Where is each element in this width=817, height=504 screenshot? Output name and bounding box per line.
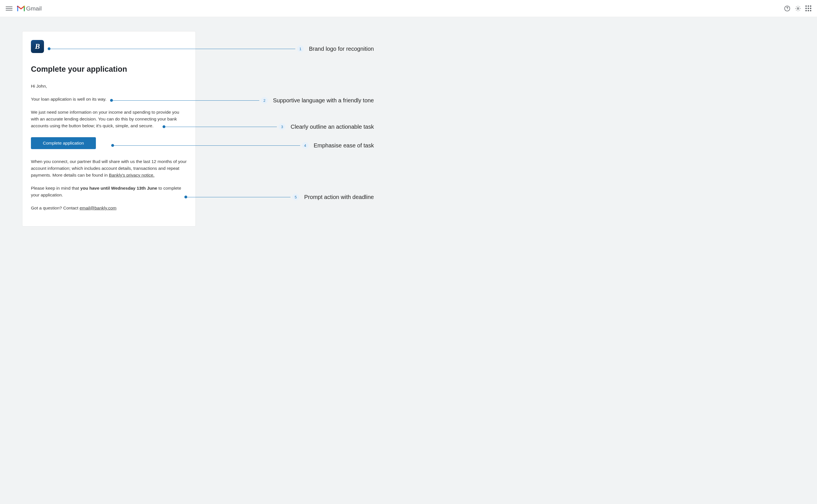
annotation-5: 5 Prompt action with deadline [184,194,374,200]
app-name: Gmail [26,5,42,12]
deadline-paragraph: Please keep in mind that you have until … [31,185,187,198]
complete-application-button[interactable]: Complete application [31,137,96,149]
annotation-number: 3 [279,123,285,130]
annotation-number: 2 [261,97,268,104]
gmail-header: Gmail [0,0,817,17]
email-card: B Complete your application Hi John, You… [22,31,196,226]
email-body: Hi John, Your loan application is well o… [31,83,187,211]
annotation-number: 5 [292,194,299,200]
annotation-text: Clearly outline an actionable task [291,124,374,130]
annotation-text: Prompt action with deadline [304,194,374,200]
header-right [784,5,811,12]
annotation-line [187,197,291,197]
details-paragraph: When you connect, our partner Bud will s… [31,158,187,179]
deadline-bold: you have until Wednesday 13th June [80,186,157,190]
contact-email-link[interactable]: email@bankly.com [79,206,116,210]
annotation-text: Emphasise ease of task [314,142,374,149]
svg-point-2 [797,8,799,9]
contact-pre: Got a question? Contact [31,206,79,210]
svg-point-1 [787,9,787,10]
menu-icon[interactable] [6,5,12,12]
settings-gear-icon[interactable] [795,5,801,12]
help-icon[interactable] [784,5,791,12]
contact-line: Got a question? Contact email@bankly.com [31,205,187,211]
annotation-text: Supportive language with a friendly tone [273,97,374,104]
task-description: We just need some information on your in… [31,109,187,129]
email-title: Complete your application [31,65,187,74]
google-apps-icon[interactable] [805,5,811,11]
header-left: Gmail [6,5,42,12]
annotation-number: 1 [297,45,304,52]
gmail-logo[interactable]: Gmail [17,5,42,12]
annotation-number: 4 [302,142,309,149]
page-body: B Complete your application Hi John, You… [0,17,817,504]
privacy-notice-link[interactable]: Bankly's privacy notice. [109,173,154,177]
intro-line: Your loan application is well on its way… [31,96,187,103]
gmail-m-icon [17,5,25,12]
brand-logo-icon: B [31,40,44,53]
greeting: Hi John, [31,83,187,90]
annotation-text: Brand logo for recognition [309,46,374,52]
deadline-pre: Please keep in mind that [31,186,80,190]
